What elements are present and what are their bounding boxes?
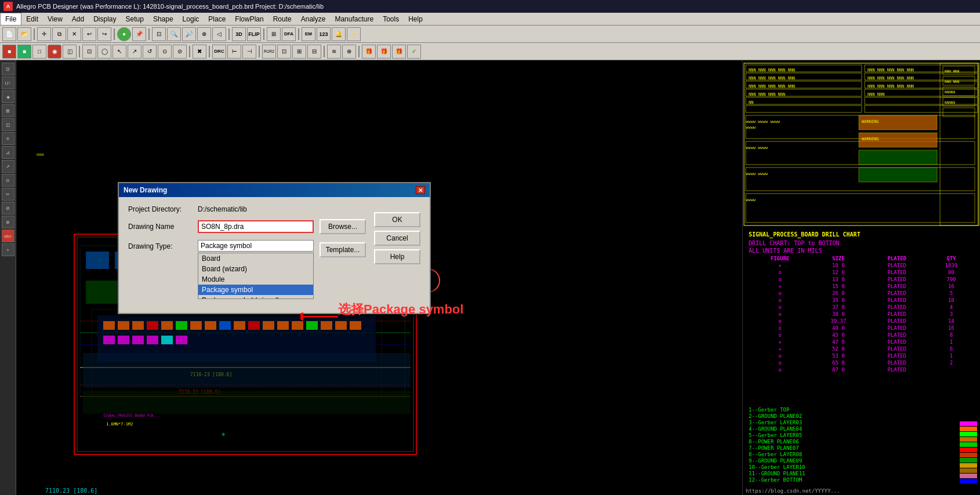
tb2-23[interactable]: 🎁 bbox=[392, 45, 406, 59]
tb2-2[interactable]: ■ bbox=[17, 45, 31, 59]
tb2-19[interactable]: ≋ bbox=[327, 45, 341, 59]
sidebar-btn-11[interactable]: ⊘ bbox=[2, 202, 14, 214]
dialog-close-button[interactable]: ✕ bbox=[416, 186, 425, 194]
tb-undo[interactable]: ↩ bbox=[82, 27, 96, 41]
drawing-name-input[interactable] bbox=[198, 220, 314, 233]
tb2-16[interactable]: ⊡ bbox=[277, 45, 291, 59]
sidebar-btn-8[interactable]: ↗ bbox=[2, 160, 14, 173]
tb2-11[interactable]: ⊙ bbox=[158, 45, 172, 59]
drill-table-cell: 80 bbox=[928, 269, 974, 276]
menu-logic[interactable]: Logic bbox=[178, 13, 204, 25]
tb2-15[interactable]: ⊣ bbox=[242, 45, 256, 59]
tb2-14[interactable]: ⊢ bbox=[227, 45, 241, 59]
sidebar-btn-12[interactable]: ⊛ bbox=[2, 216, 14, 228]
sidebar-btn-1[interactable]: ⊡ bbox=[2, 63, 14, 75]
tb2-17[interactable]: ⊞ bbox=[292, 45, 306, 59]
tb2-21[interactable]: 🎁 bbox=[362, 45, 376, 59]
tb2-4[interactable]: ◉ bbox=[48, 45, 61, 59]
browse-button[interactable]: Browse... bbox=[320, 219, 366, 234]
menu-analyze[interactable]: Analyze bbox=[296, 13, 331, 25]
tb2-9[interactable]: ↗ bbox=[128, 45, 141, 59]
tb2-3[interactable]: □ bbox=[32, 45, 46, 59]
tb2-12[interactable]: ⊘ bbox=[173, 45, 187, 59]
tb2-10[interactable]: ↺ bbox=[143, 45, 157, 59]
tb-new[interactable]: 📄 bbox=[2, 27, 16, 41]
help-button[interactable]: Help bbox=[374, 249, 420, 264]
dropdown-item-module[interactable]: Module bbox=[198, 274, 313, 285]
drill-table-cell: 53 0 bbox=[811, 352, 866, 359]
layer-swatch-5 bbox=[960, 442, 977, 447]
tb-copy[interactable]: ⧉ bbox=[52, 27, 66, 41]
tb-extra1[interactable]: 🔔 bbox=[332, 27, 346, 41]
tb-move[interactable]: ✛ bbox=[37, 27, 51, 41]
sidebar-btn-14[interactable]: + bbox=[2, 243, 14, 256]
drill-table-cell: PLATED bbox=[866, 290, 928, 297]
layer-list: 1--Gerber TOP2--GROUND PLANE023--Gerber … bbox=[749, 406, 805, 483]
sidebar-btn-10[interactable]: ✂ bbox=[2, 188, 14, 201]
menu-add[interactable]: Add bbox=[67, 13, 89, 25]
menu-view[interactable]: View bbox=[43, 13, 67, 25]
menu-tools[interactable]: Tools bbox=[378, 13, 404, 25]
tb-zoom-out[interactable]: 🔎 bbox=[182, 27, 196, 41]
tb2-18[interactable]: ⊟ bbox=[307, 45, 321, 59]
sidebar-btn-4[interactable]: ⊞ bbox=[2, 104, 14, 117]
menu-flowplan[interactable]: FlowPlan bbox=[230, 13, 268, 25]
canvas-area: 7110-23 [180.6] 7110.23 [180.6] SIGNAL_P… bbox=[16, 60, 742, 495]
menu-file[interactable]: File bbox=[0, 13, 21, 25]
menu-route[interactable]: Route bbox=[268, 13, 296, 25]
tb-delete[interactable]: ✕ bbox=[67, 27, 81, 41]
template-button[interactable]: Template... bbox=[320, 242, 366, 257]
tb-redo[interactable]: ↪ bbox=[97, 27, 111, 41]
tb-dfa[interactable]: DFA bbox=[282, 27, 296, 41]
sidebar-btn-2[interactable]: U↑ bbox=[2, 77, 14, 89]
tb-open[interactable]: 📂 bbox=[17, 27, 31, 41]
drawing-type-dropdown[interactable]: Board Board (wizard) Module Package symb… bbox=[198, 253, 314, 299]
tb-em[interactable]: EM bbox=[302, 27, 315, 41]
drill-table-cell: 10 0 bbox=[811, 262, 866, 269]
tb-123[interactable]: 123 bbox=[317, 27, 331, 41]
sidebar-btn-6[interactable]: ≡ bbox=[2, 132, 14, 145]
tb2-20[interactable]: ⊕ bbox=[342, 45, 356, 59]
tb2-drc[interactable]: DRC bbox=[212, 45, 226, 59]
tb-flip[interactable]: FLIP bbox=[247, 27, 261, 41]
dropdown-item-board-wizard[interactable]: Board (wizard) bbox=[198, 264, 313, 274]
menu-place[interactable]: Place bbox=[204, 13, 230, 25]
menu-display[interactable]: Display bbox=[89, 13, 121, 25]
sidebar-btn-3[interactable]: ◈ bbox=[2, 90, 14, 103]
tb2-6[interactable]: ⊡ bbox=[82, 45, 96, 59]
tb-zoom-prev[interactable]: ◁ bbox=[212, 27, 226, 41]
tb2-8[interactable]: ↖ bbox=[112, 45, 126, 59]
tb2-5[interactable]: ◫ bbox=[63, 45, 77, 59]
tb2-1[interactable]: ■ bbox=[2, 45, 16, 59]
tb-zoom-in[interactable]: 🔍 bbox=[167, 27, 181, 41]
sidebar-btn-13[interactable]: abc bbox=[2, 230, 14, 242]
dropdown-item-board[interactable]: Board bbox=[198, 253, 313, 264]
svg-text:NNN NNN NNN NNN NNN: NNN NNN NNN NNN NNN bbox=[868, 76, 914, 81]
tb2-13[interactable]: ✖ bbox=[193, 45, 206, 59]
dropdown-item-package-symbol[interactable]: Package symbol bbox=[198, 285, 313, 295]
ok-button[interactable]: OK bbox=[374, 212, 420, 227]
tb-3d[interactable]: 3D bbox=[232, 27, 246, 41]
tb-zoom-area[interactable]: ⊕ bbox=[197, 27, 211, 41]
menu-help[interactable]: Help bbox=[404, 13, 427, 25]
tb-grid[interactable]: ⊞ bbox=[267, 27, 281, 41]
tb2-check[interactable]: ✓ bbox=[407, 45, 421, 59]
menu-shape[interactable]: Shape bbox=[148, 13, 178, 25]
tb2-r1r2[interactable]: R1R2 bbox=[262, 45, 276, 59]
menu-manufacture[interactable]: Manufacture bbox=[330, 13, 378, 25]
drill-table-cell: 2 bbox=[928, 359, 974, 366]
sidebar-btn-7[interactable]: ⊿ bbox=[2, 146, 14, 159]
tb-pin[interactable]: 📌 bbox=[132, 27, 146, 41]
menu-setup[interactable]: Setup bbox=[121, 13, 148, 25]
tb-ratsnest[interactable]: ● bbox=[117, 27, 131, 41]
tb-zoom-fit[interactable]: ⊡ bbox=[152, 27, 166, 41]
dropdown-item-package-symbol-wizard[interactable]: Package symbol (wizard) bbox=[198, 295, 313, 299]
tb-sun[interactable]: ☀ bbox=[347, 27, 361, 41]
cancel-button[interactable]: Cancel bbox=[374, 231, 420, 246]
sidebar-btn-9[interactable]: ⊙ bbox=[2, 174, 14, 187]
tb2-22[interactable]: 🎁 bbox=[377, 45, 391, 59]
sidebar-btn-5[interactable]: ◫ bbox=[2, 118, 14, 131]
menu-edit[interactable]: Edit bbox=[21, 13, 43, 25]
drill-table-cell: 14 bbox=[928, 318, 974, 325]
tb2-7[interactable]: ◯ bbox=[97, 45, 111, 59]
